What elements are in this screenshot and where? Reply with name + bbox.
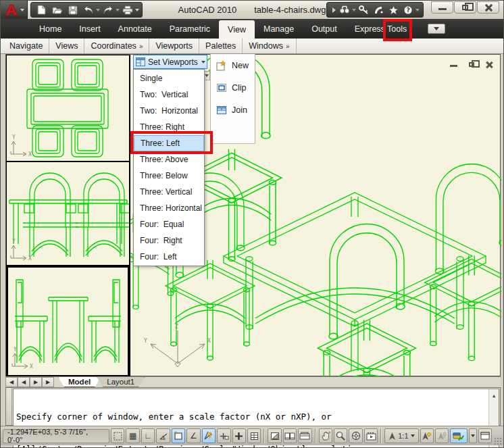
zoom-button[interactable] [334, 428, 347, 443]
pan-button[interactable] [319, 428, 332, 443]
menu-item-four-right[interactable]: Four: Right [134, 232, 204, 249]
tab-view[interactable]: View [219, 20, 255, 39]
lineweight-toggle[interactable] [232, 428, 246, 443]
tab-annotate[interactable]: Annotate [109, 19, 161, 39]
annotation-scale-value: 1:1 [398, 432, 408, 440]
undo-button[interactable] [80, 3, 96, 16]
tab-express-tools[interactable]: Express Tools [346, 19, 416, 39]
join-viewport-button[interactable]: Join [211, 99, 255, 121]
menu-item-three-horizontal[interactable]: Three: Horizontal [134, 200, 204, 216]
panel-palettes[interactable]: Palettes [199, 39, 243, 53]
plot-button[interactable] [120, 3, 135, 16]
grid-toggle[interactable]: ▦ [126, 428, 139, 443]
minimize-ribbon-button[interactable] [428, 24, 445, 34]
clean-screen-button[interactable] [478, 428, 492, 443]
dynamic-ucs-toggle[interactable] [202, 428, 216, 443]
communication-center-button[interactable] [371, 3, 386, 16]
steering-wheel-button[interactable] [349, 428, 362, 443]
menu-item-three-below[interactable]: Three: Below [134, 168, 204, 184]
view-panel-toolbar: Navigate Views Coordinates» Viewports Pa… [1, 39, 503, 54]
object-snap-tracking-toggle[interactable]: ∠ [186, 428, 200, 443]
first-tab-button[interactable]: ◀ [5, 377, 18, 387]
scroll-up-icon[interactable]: ▲ [493, 389, 495, 403]
open-file-icon [52, 5, 63, 14]
coordinates-readout[interactable]: -1.2947E+03, 5'-3 7/16'', 0'-0'' [3, 429, 109, 443]
snap-toggle[interactable] [111, 428, 124, 443]
restore-icon [469, 62, 474, 67]
panel-windows[interactable]: Windows» [243, 39, 296, 53]
menu-item-three-vertical[interactable]: Three: Vertical [134, 184, 204, 200]
panel-coordinates[interactable]: Coordinates» [84, 39, 149, 53]
close-icon [484, 3, 493, 11]
show-motion-button[interactable] [364, 428, 378, 443]
tab-output[interactable]: Output [303, 19, 346, 39]
menu-item-four-equal[interactable]: Four: Equal [134, 216, 204, 232]
save-button[interactable] [65, 3, 80, 16]
panel-views[interactable]: Views [49, 39, 84, 53]
tab-insert[interactable]: Insert [70, 19, 109, 39]
menu-item-three-right[interactable]: Three: Right [134, 119, 204, 135]
quick-view-layouts-button[interactable] [283, 428, 297, 443]
tab-model[interactable]: Model [58, 377, 101, 387]
infocenter-expand-button[interactable] [330, 3, 337, 16]
workspace-dropdown-button[interactable] [469, 428, 476, 443]
viewport-minimize-button[interactable] [448, 60, 459, 69]
viewport-top-view[interactable]: YX [6, 55, 130, 161]
menu-item-two-vertical[interactable]: Two: Vertical [134, 86, 204, 103]
redo-button[interactable] [100, 3, 116, 16]
qat-customize-dropdown[interactable] [135, 3, 139, 16]
tab-home[interactable]: Home [30, 19, 70, 39]
object-snap-toggle[interactable] [172, 428, 185, 443]
viewport-restore-button[interactable] [465, 60, 477, 69]
menu-item-four-left[interactable]: Four: Left [134, 249, 204, 265]
table-top-view [27, 89, 108, 128]
favorites-button[interactable] [386, 3, 401, 16]
resize-grip[interactable] [494, 437, 501, 445]
restore-button[interactable] [454, 1, 476, 14]
polar-tracking-toggle[interactable] [156, 428, 170, 443]
viewport-front-view[interactable]: YX [6, 161, 130, 266]
panel-navigate[interactable]: Navigate [3, 39, 49, 53]
help-button[interactable]: ? [401, 3, 415, 16]
ortho-toggle[interactable]: ∟ [141, 428, 155, 443]
redo-icon [103, 5, 114, 14]
help-dropdown[interactable] [415, 3, 420, 16]
auto-annotate-button[interactable] [435, 428, 449, 443]
close-button[interactable] [477, 1, 499, 14]
dynamic-input-toggle[interactable] [217, 428, 230, 443]
menu-item-three-above[interactable]: Three: Above [134, 151, 204, 168]
panel-viewports[interactable]: Viewports [149, 39, 199, 53]
workspace-switching-button[interactable] [450, 428, 468, 443]
viewport-close-button[interactable] [483, 60, 495, 69]
ucs-icon: YX [11, 239, 32, 262]
ucs-3d-icon: ZYX [144, 324, 211, 367]
subscription-center-button[interactable] [356, 3, 371, 16]
annotation-scale-button[interactable]: 1:1 [384, 428, 418, 443]
menu-item-single[interactable]: Single [134, 70, 204, 86]
quick-properties-toggle[interactable] [247, 428, 261, 443]
tab-manage[interactable]: Manage [255, 19, 303, 39]
model-space-button[interactable] [268, 428, 281, 443]
last-tab-button[interactable]: ▶ [42, 377, 54, 387]
menu-item-two-horizontal[interactable]: Two: Horizontal [134, 103, 204, 119]
minimize-button[interactable] [431, 1, 453, 14]
open-file-button[interactable] [49, 3, 65, 16]
viewport-side-view-active[interactable]: YX [6, 266, 130, 377]
tab-parametric[interactable]: Parametric [161, 19, 219, 39]
new-viewport-button[interactable]: New [211, 54, 255, 76]
binoculars-search-icon [339, 5, 350, 14]
menu-item-three-left[interactable]: Three: Left [134, 135, 204, 151]
front-view-wireframe: YX [7, 162, 129, 265]
command-window-drag-handle[interactable] [6, 388, 12, 425]
quick-view-drawings-button[interactable] [298, 428, 311, 443]
prev-tab-button[interactable]: ◀ [18, 377, 30, 387]
next-tab-button[interactable]: ▶ [30, 377, 42, 387]
new-file-button[interactable] [34, 3, 49, 16]
set-viewports-button[interactable]: Set Viewports [133, 55, 207, 69]
application-menu-button[interactable] [1, 1, 28, 19]
clip-viewport-button[interactable]: Clip [211, 76, 255, 99]
search-button[interactable] [337, 3, 352, 16]
tab-layout1[interactable]: Layout1 [97, 377, 145, 387]
annotation-visibility-button[interactable] [420, 428, 434, 443]
zoom-magnifier-icon [336, 431, 345, 441]
